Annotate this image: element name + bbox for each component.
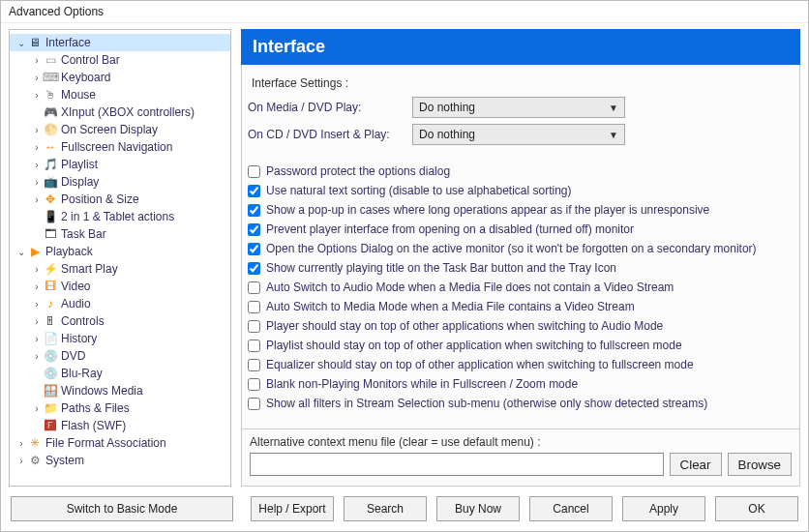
caret-right-icon[interactable]: › bbox=[31, 177, 43, 188]
page-title: Interface bbox=[241, 29, 800, 65]
switch-basic-button[interactable]: Switch to Basic Mode bbox=[11, 496, 233, 521]
tree-item[interactable]: ›📄History bbox=[10, 330, 230, 347]
checkbox-row[interactable]: Show a pop-up in cases where long operat… bbox=[248, 200, 794, 220]
help-export-button[interactable]: Help / Export bbox=[251, 496, 334, 521]
caret-right-icon[interactable]: › bbox=[31, 90, 43, 101]
tree-item[interactable]: ›📁Paths & Files bbox=[10, 399, 230, 417]
caret-right-icon[interactable]: › bbox=[31, 125, 43, 135]
cancel-button[interactable]: Cancel bbox=[529, 496, 613, 521]
tree-item[interactable]: ⌄▶Playback bbox=[10, 243, 230, 260]
tree-item[interactable]: 📱2 in 1 & Tablet actions bbox=[10, 208, 230, 225]
checkbox-row[interactable]: Auto Switch to Audio Mode when a Media F… bbox=[248, 278, 794, 297]
caret-right-icon[interactable]: › bbox=[31, 316, 43, 327]
content-row: ⌄🖥Interface›▭Control Bar›⌨Keyboard›🖱Mous… bbox=[1, 23, 808, 487]
audio-icon: ♪ bbox=[43, 296, 58, 311]
checkbox[interactable] bbox=[248, 340, 260, 352]
checkbox[interactable] bbox=[248, 165, 260, 178]
tree-item[interactable]: ›✥Position & Size bbox=[10, 191, 230, 208]
tree-item[interactable]: ›🎚Controls bbox=[10, 312, 230, 330]
tree-item[interactable]: ›♪Audio bbox=[10, 295, 230, 312]
checkbox[interactable] bbox=[248, 359, 260, 371]
tree-item[interactable]: 🗔Task Bar bbox=[10, 225, 230, 243]
tree-item[interactable]: ›⌨Keyboard bbox=[10, 69, 230, 86]
caret-right-icon[interactable]: › bbox=[31, 403, 43, 414]
tree-item[interactable]: ›🖱Mouse bbox=[10, 86, 230, 103]
tree-item-label: XInput (XBOX controllers) bbox=[61, 105, 195, 119]
tree-item[interactable]: ›⚡Smart Play bbox=[10, 260, 230, 278]
checkbox[interactable] bbox=[248, 223, 260, 236]
checkbox-row[interactable]: Player should stay on top of other appli… bbox=[248, 316, 794, 336]
checkbox[interactable] bbox=[248, 204, 260, 217]
combo-media-play[interactable]: Do nothing ▼ bbox=[412, 97, 625, 118]
checkbox-row[interactable]: Password protect the options dialog bbox=[248, 162, 794, 181]
checkbox-label: Show all filters in Stream Selection sub… bbox=[266, 397, 707, 410]
tree-item[interactable]: ›🌕On Screen Display bbox=[10, 121, 230, 138]
checkbox[interactable] bbox=[248, 243, 260, 255]
search-button[interactable]: Search bbox=[344, 496, 427, 521]
caret-right-icon[interactable]: › bbox=[31, 334, 43, 344]
checkbox-row[interactable]: Blank non-Playing Monitors while in Full… bbox=[248, 374, 794, 394]
checkbox-label: Open the Options Dialog on the active mo… bbox=[266, 242, 757, 255]
tree-item[interactable]: 🎮XInput (XBOX controllers) bbox=[10, 103, 230, 121]
group-label: Interface Settings : bbox=[252, 76, 794, 90]
checkbox[interactable] bbox=[248, 398, 260, 410]
tree-item[interactable]: ›↔Fullscreen Navigation bbox=[10, 138, 230, 156]
tree-item[interactable]: ›🎵Playlist bbox=[10, 156, 230, 173]
nav-tree[interactable]: ⌄🖥Interface›▭Control Bar›⌨Keyboard›🖱Mous… bbox=[9, 29, 231, 487]
ok-button[interactable]: OK bbox=[715, 496, 798, 521]
checkbox-row[interactable]: Use natural text sorting (disable to use… bbox=[248, 181, 794, 200]
caret-right-icon[interactable]: › bbox=[31, 73, 43, 83]
tree-item[interactable]: 💿Blu-Ray bbox=[10, 365, 230, 382]
apply-button[interactable]: Apply bbox=[622, 496, 705, 521]
controls-icon: 🎚 bbox=[43, 313, 58, 329]
tree-item[interactable]: ›▭Control Bar bbox=[10, 51, 230, 69]
checkbox-row[interactable]: Equalizer should stay on top of other ap… bbox=[248, 355, 794, 374]
tree-item[interactable]: ›💿DVD bbox=[10, 347, 230, 365]
checkbox[interactable] bbox=[248, 320, 260, 333]
tree-item[interactable]: ›⚙System bbox=[10, 452, 230, 469]
tree-item[interactable]: ›🎞Video bbox=[10, 278, 230, 295]
checkbox-row[interactable]: Open the Options Dialog on the active mo… bbox=[248, 239, 794, 258]
checkbox-row[interactable]: Show currently playing title on the Task… bbox=[248, 258, 794, 278]
caret-right-icon[interactable]: › bbox=[31, 194, 43, 205]
checkbox[interactable] bbox=[248, 301, 260, 313]
caret-right-icon[interactable]: › bbox=[31, 299, 43, 310]
tree-item-label: System bbox=[45, 454, 84, 467]
checkbox[interactable] bbox=[248, 281, 260, 294]
checkbox-row[interactable]: Auto Switch to Media Mode when a Media F… bbox=[248, 297, 794, 316]
caret-right-icon[interactable]: › bbox=[31, 55, 43, 66]
caret-right-icon[interactable]: › bbox=[15, 438, 27, 449]
caret-right-icon[interactable]: › bbox=[31, 264, 43, 275]
caret-right-icon[interactable]: › bbox=[31, 281, 43, 292]
clear-button[interactable]: Clear bbox=[670, 453, 722, 476]
buy-now-button[interactable]: Buy Now bbox=[436, 496, 520, 521]
caret-right-icon[interactable]: › bbox=[31, 142, 43, 153]
tree-item-label: Control Bar bbox=[61, 53, 120, 67]
tree-item[interactable]: ›✳File Format Association bbox=[10, 434, 230, 452]
alt-menu-group: Alternative context menu file (clear = u… bbox=[241, 429, 800, 487]
alt-menu-input[interactable] bbox=[250, 453, 664, 476]
tree-item-label: Playlist bbox=[61, 158, 98, 171]
checkbox[interactable] bbox=[248, 378, 260, 391]
tree-item-label: Controls bbox=[61, 314, 105, 328]
checkbox[interactable] bbox=[248, 262, 260, 275]
checkbox-row[interactable]: Playlist should stay on top of other app… bbox=[248, 336, 794, 355]
tree-item[interactable]: 🅵Flash (SWF) bbox=[10, 417, 230, 434]
tree-item[interactable]: 🪟Windows Media bbox=[10, 382, 230, 399]
checkbox-row[interactable]: Show all filters in Stream Selection sub… bbox=[248, 394, 794, 413]
caret-right-icon[interactable]: › bbox=[31, 160, 43, 170]
caret-right-icon[interactable]: › bbox=[31, 351, 43, 362]
checkbox-row[interactable]: Prevent player interface from opening on… bbox=[248, 220, 794, 239]
tree-item[interactable]: ⌄🖥Interface bbox=[10, 34, 230, 51]
combo-cd-play[interactable]: Do nothing ▼ bbox=[412, 124, 625, 145]
caret-down-icon[interactable]: ⌄ bbox=[15, 247, 27, 257]
caret-right-icon[interactable]: › bbox=[15, 456, 27, 466]
playback-icon: ▶ bbox=[27, 244, 43, 259]
tree-item-label: File Format Association bbox=[45, 436, 166, 450]
caret-down-icon[interactable]: ⌄ bbox=[15, 38, 27, 48]
tree-item[interactable]: ›📺Display bbox=[10, 173, 230, 191]
checkbox[interactable] bbox=[248, 185, 260, 197]
chevron-down-icon: ▼ bbox=[609, 103, 618, 113]
browse-button[interactable]: Browse bbox=[728, 453, 792, 476]
checkbox-list[interactable]: Password protect the options dialogUse n… bbox=[242, 156, 799, 429]
